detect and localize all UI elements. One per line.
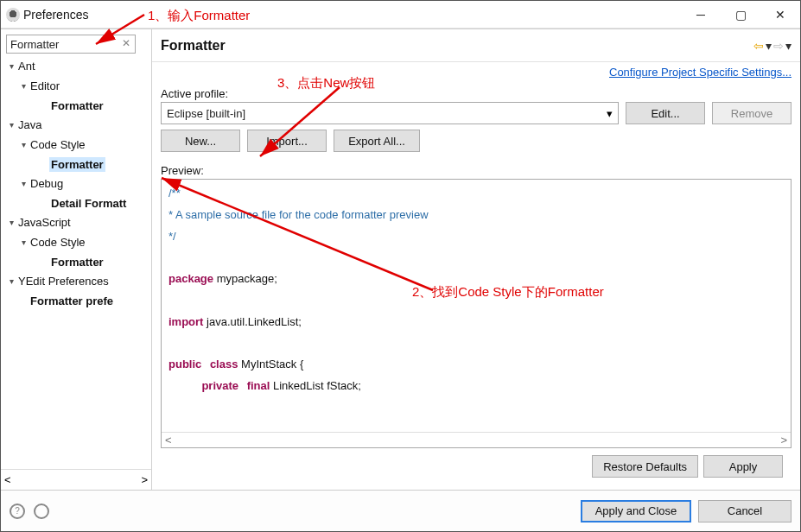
nav-back-menu-icon[interactable]: ▾ [766,39,772,53]
nav-back-icon[interactable]: ⇦ [753,39,764,53]
sidebar-scroll-nav[interactable]: < > [1,469,151,490]
nav-forward-icon[interactable]: ⇨ [773,39,784,53]
tree-item[interactable]: ▾Editor [18,77,151,97]
close-button[interactable]: ✕ [760,1,800,28]
remove-button: Remove [712,102,791,124]
scroll-right-icon[interactable]: > [141,473,148,486]
edit-button[interactable]: Edit... [626,102,705,124]
preview-code[interactable]: /** * A sample source file for the code … [162,180,791,432]
sidebar: ✕ ▾Ant▾EditorFormatter▾Java▾Code StyleFo… [1,29,152,490]
restore-defaults-button[interactable]: Restore Defaults [592,455,698,478]
configure-project-link[interactable]: Configure Project Specific Settings... [609,66,791,79]
scroll-left-icon[interactable]: < [4,473,11,486]
tree-item-label: Formatter [49,255,105,269]
tree-item[interactable]: ▾Debug [18,174,151,194]
page-title: Formatter [161,38,753,54]
expand-icon[interactable]: ▾ [6,213,16,232]
minimize-button[interactable]: ─ [681,1,721,28]
tree-item[interactable]: ▾Code Style [18,233,151,253]
tree-item-label: Debug [29,176,65,191]
tree-item-label: Detail Formatt [49,196,128,211]
expand-icon[interactable]: ▾ [18,77,29,96]
tree-item-label: Formatter prefe [29,294,115,308]
page-header: Formatter ⇦ ▾ ⇨ ▾ [152,29,800,62]
tree-item[interactable]: ▾Ant [6,57,151,77]
tree-item[interactable]: Formatter [39,253,151,272]
header-nav-icons: ⇦ ▾ ⇨ ▾ [753,39,791,53]
tree-item-label: Ant [16,59,37,73]
tree-item[interactable]: Formatter prefe [18,292,151,311]
tree-item[interactable]: ▾Code Style [18,136,151,155]
nav-forward-menu-icon[interactable]: ▾ [785,39,791,53]
export-all-button[interactable]: Export All... [334,130,420,152]
tree-item[interactable]: ▾Java [6,116,151,136]
tree-item-label: Code Style [29,235,87,250]
preview-label: Preview: [161,164,791,177]
active-profile-value: Eclipse [built-in] [167,107,245,120]
main-panel: Formatter ⇦ ▾ ⇨ ▾ Configure Project Spec… [152,29,800,490]
tree-item-label: Editor [29,79,61,93]
expand-icon[interactable]: ▾ [18,136,29,155]
active-profile-dropdown[interactable]: Eclipse [built-in] ▾ [161,102,619,124]
scroll-left-icon[interactable]: < [165,434,172,446]
expand-icon[interactable]: ▾ [6,272,16,291]
dialog-footer: ? Apply and Close Cancel [1,490,800,531]
tree-item-label: JavaScript [16,215,73,230]
tree-item-label: Java [16,117,43,132]
expand-icon[interactable]: ▾ [18,174,29,193]
import-button[interactable]: Import... [247,130,327,152]
expand-icon[interactable]: ▾ [6,57,16,76]
tree-item-label: Formatter [49,157,105,172]
preference-tree[interactable]: ▾Ant▾EditorFormatter▾Java▾Code StyleForm… [1,55,151,469]
apply-button[interactable]: Apply [703,455,783,478]
tree-item[interactable]: Detail Formatt [39,194,151,213]
apply-and-close-button[interactable]: Apply and Close [581,500,691,522]
tree-item-label: YEdit Preferences [16,274,111,288]
search-input[interactable] [6,35,136,54]
chevron-down-icon: ▾ [607,107,613,120]
tree-item-label: Formatter [49,98,105,113]
tree-item[interactable]: ▾JavaScript [6,213,151,233]
tree-item[interactable]: Formatter [39,155,151,174]
titlebar: Preferences ─ ▢ ✕ [1,1,800,28]
preferences-window: Preferences ─ ▢ ✕ ✕ ▾Ant▾EditorFormatter… [0,0,801,532]
preview-hscrollbar[interactable]: < > [162,432,791,447]
scroll-right-icon[interactable]: > [780,434,787,446]
active-profile-label: Active profile: [161,87,791,100]
cancel-button[interactable]: Cancel [698,500,791,522]
app-icon [6,8,20,22]
expand-icon[interactable]: ▾ [6,116,16,135]
tree-item-label: Code Style [29,137,87,152]
preview-box: /** * A sample source file for the code … [161,179,791,448]
tree-item[interactable]: Formatter [39,97,151,116]
help-icon[interactable]: ? [10,504,25,519]
window-title: Preferences [23,8,88,22]
import-export-icon[interactable] [34,504,49,519]
maximize-button[interactable]: ▢ [721,1,760,28]
clear-search-icon[interactable]: ✕ [120,37,132,49]
new-button[interactable]: New... [161,130,240,152]
tree-item[interactable]: ▾YEdit Preferences [6,272,151,292]
expand-icon[interactable]: ▾ [18,233,29,252]
